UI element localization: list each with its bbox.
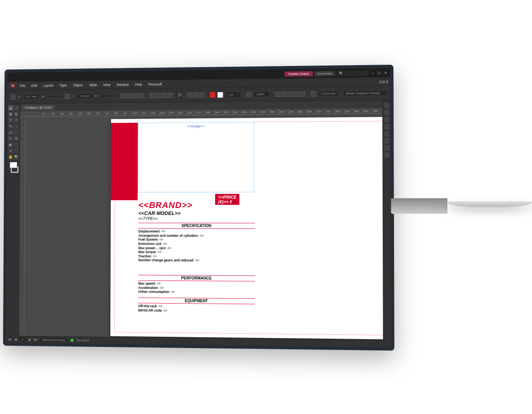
stock-search-input[interactable]: 🔍 (337, 70, 369, 76)
rectangle-tool[interactable] (14, 130, 19, 135)
pasteboard[interactable]: <<Image>> <<PRICE (€)>> € <<BRAND>> <<CA… (19, 114, 383, 340)
next-page-button[interactable]: ▶ (29, 338, 31, 341)
rectangle-frame-tool[interactable]: ▭ (8, 130, 13, 135)
ref-point-icon[interactable] (11, 94, 16, 100)
gradient-feather-tool[interactable] (14, 142, 19, 147)
constrain-icon[interactable] (65, 93, 70, 99)
x-field[interactable]: 317 mm (23, 93, 39, 99)
type-tool[interactable]: T (8, 117, 14, 123)
align-left-icon[interactable] (187, 92, 192, 98)
rotate-cw-icon[interactable] (161, 92, 167, 98)
vertical-ruler[interactable] (19, 117, 25, 336)
menu-type[interactable]: Type (57, 82, 69, 88)
rotate-icon[interactable] (133, 92, 138, 98)
red-sidebar-block[interactable] (111, 123, 138, 200)
image-placeholder-frame[interactable]: <<Image>> (138, 122, 254, 192)
w-field[interactable] (47, 95, 62, 97)
opacity-field[interactable]: 100% (254, 91, 269, 97)
align-center-icon[interactable] (193, 92, 198, 98)
text-wrap-shape-icon[interactable] (287, 91, 293, 96)
zoom-field[interactable]: 110,3 (379, 79, 388, 83)
spec-row: Emissions co2: <> (138, 242, 255, 246)
preflight-status-icon[interactable] (71, 338, 74, 341)
fx-icon[interactable] (246, 91, 251, 97)
hand-tool[interactable]: ✋ (8, 154, 13, 160)
fill-color-swatch[interactable] (9, 162, 17, 168)
master-indicator[interactable]: [Basic] (working) (40, 338, 67, 342)
stroke-swatch[interactable] (217, 92, 223, 97)
selection-tool[interactable]: ▲ (8, 105, 14, 110)
pencil-tool[interactable] (14, 123, 19, 129)
specification-section[interactable]: SPECIFICATION Displacement: <>Arrangemen… (138, 222, 255, 263)
page-number-field[interactable]: 1 (20, 337, 26, 341)
align-right-icon[interactable] (199, 92, 205, 98)
panel-dock (382, 100, 391, 340)
note-tool[interactable]: ↗ (8, 148, 13, 153)
model-text-frame[interactable]: <<CAR MODEL>> (138, 210, 180, 216)
eyedropper-tool[interactable] (14, 148, 19, 153)
text-wrap-jump-icon[interactable] (293, 91, 299, 96)
menu-file[interactable]: File (18, 83, 28, 88)
spec-header: SPECIFICATION (138, 222, 255, 229)
page[interactable]: <<Image>> <<PRICE (€)>> € <<BRAND>> <<CA… (110, 117, 383, 339)
restore-button[interactable]: ▢ (377, 71, 382, 74)
prev-page-button[interactable]: ◀ (14, 338, 17, 341)
scissors-tool[interactable]: ✂ (8, 136, 13, 141)
workspace-switcher[interactable]: Essentials (315, 71, 335, 76)
y-field[interactable]: 79 mm (77, 93, 92, 99)
price-text-frame[interactable]: <<PRICE (€)>> € (215, 194, 240, 204)
text-wrap-bbox-icon[interactable] (281, 91, 286, 96)
swatches-panel-icon[interactable] (384, 138, 389, 144)
minimize-button[interactable]: − (370, 71, 375, 75)
equipment-section[interactable]: EQUIPMENT Off-the-rack: <>INFOCAR code: … (138, 297, 255, 314)
scale-y-icon[interactable] (127, 92, 132, 98)
close-button[interactable]: ✕ (383, 71, 388, 74)
performance-section[interactable]: PERFORMANCE Max speed: <>Acceleration: <… (138, 275, 255, 295)
page-tool[interactable]: ⊞ (8, 111, 14, 117)
type-text-frame[interactable]: <<TYPE>> (138, 216, 157, 220)
zoom-tool[interactable]: 🔍 (14, 154, 19, 160)
menu-recosoft[interactable]: Recosoft (146, 81, 164, 87)
pen-tool[interactable]: ✎ (8, 124, 14, 129)
paragraph-icon[interactable]: P (178, 92, 182, 98)
flip-h-icon[interactable] (149, 92, 155, 98)
publish-online-button[interactable]: Publish Online (285, 71, 313, 76)
menu-window[interactable]: Window (114, 82, 131, 87)
last-page-button[interactable]: ⏭ (34, 338, 37, 341)
layers-panel-icon[interactable] (384, 110, 389, 115)
rotate-ccw-icon[interactable] (168, 92, 173, 98)
text-wrap-none-icon[interactable] (274, 91, 280, 97)
shear-icon[interactable] (139, 92, 144, 98)
brand-text-frame[interactable]: <<BRAND>> (138, 200, 193, 210)
stroke-weight-field[interactable]: 1 pt (225, 91, 241, 97)
fill-swatch[interactable] (210, 92, 215, 97)
corner-options-icon[interactable] (310, 91, 316, 96)
object-style-dropdown[interactable]: [Basic Graphics Frame] (343, 90, 387, 96)
cc-libraries-panel-icon[interactable] (384, 145, 389, 151)
menu-object[interactable]: Object (71, 82, 85, 87)
gradient-swatch-tool[interactable]: ◐ (8, 142, 13, 147)
pages-panel-icon[interactable] (384, 103, 389, 108)
corner-radius-field[interactable]: 4,233 mm (318, 91, 338, 97)
menu-help[interactable]: Help (133, 81, 145, 87)
text-wrap-jumpnext-icon[interactable] (300, 91, 305, 96)
stroke-panel-icon[interactable] (384, 124, 389, 129)
character-panel-icon[interactable] (384, 152, 389, 158)
menu-table[interactable]: Table (87, 82, 99, 87)
document-tab[interactable]: *Untitled-1 @ 110% (21, 105, 54, 110)
flip-v-icon[interactable] (155, 92, 161, 98)
gap-tool[interactable]: ⊡ (14, 111, 19, 117)
first-page-button[interactable]: ⏮ (8, 338, 11, 341)
preflight-status-text[interactable]: No errors (76, 338, 89, 342)
links-panel-icon[interactable] (384, 117, 389, 122)
menu-view[interactable]: View (101, 82, 113, 87)
canvas-area: *Untitled-1 @ 110% 010203040506070809010… (19, 100, 383, 340)
scale-x-icon[interactable] (120, 93, 126, 98)
direct-selection-tool[interactable]: ↔ (14, 105, 19, 110)
line-tool[interactable]: / (14, 117, 19, 123)
menu-layout[interactable]: Layout (41, 82, 56, 88)
color-panel-icon[interactable] (384, 131, 389, 137)
menu-edit[interactable]: Edit (29, 82, 39, 88)
free-transform-tool[interactable]: ⟲ (14, 136, 19, 141)
h-field[interactable] (100, 94, 115, 97)
